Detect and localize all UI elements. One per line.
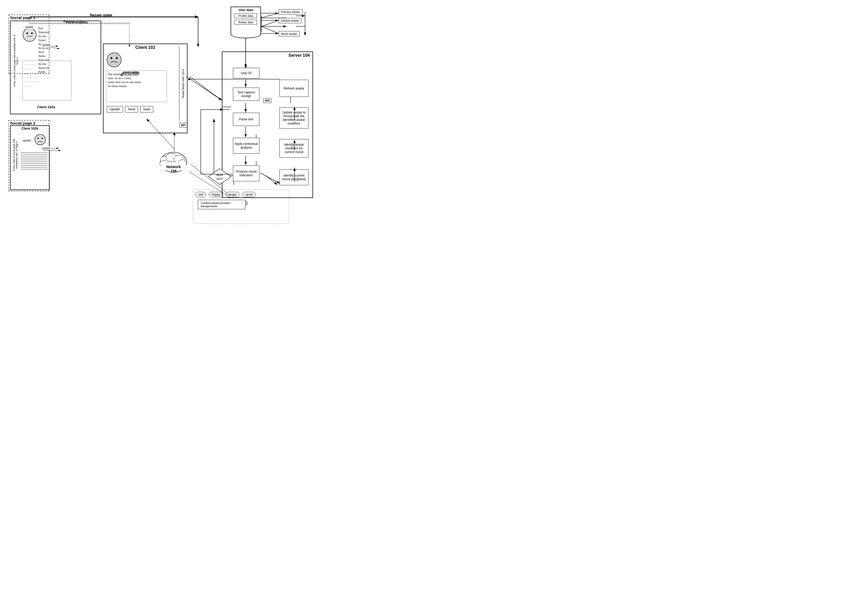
more-text-diamond: More text? <box>208 168 232 185</box>
svg-text:More: More <box>216 173 223 177</box>
svg-line-46 <box>262 13 279 18</box>
client-102a-label: Client 102a <box>37 105 55 109</box>
svg-line-47 <box>262 21 279 26</box>
client-102b-box: HTML code of social page with embedded U… <box>10 125 50 190</box>
send-button[interactable]: Send <box>125 106 138 113</box>
html-code-label-102b: HTML code of social page with embedded U… <box>12 134 19 176</box>
svg-text:106: 106 <box>171 169 177 173</box>
client-102-title: Client 102 <box>103 45 187 50</box>
avatar-data-box: Avatar data <box>235 20 257 25</box>
action-buttons-group: Update Send Save <box>107 106 153 113</box>
receive-update-text: Receive update <box>63 20 85 23</box>
svg-point-37 <box>35 134 46 145</box>
client-102b-label: Client 102b <box>10 127 49 131</box>
client-102-text-area: Xxx xxxxxxxx xx xxx xxxxx xxxx xx xx x x… <box>106 70 167 102</box>
mood-tag-sad: sad <box>195 192 206 197</box>
server-box: Server 104 User ID Text capture receipt … <box>222 51 313 198</box>
produce-mood-box: Produce mood indicators <box>233 166 259 181</box>
update-label-102a: update <box>24 25 35 29</box>
svg-marker-43 <box>208 169 231 185</box>
svg-line-48 <box>262 26 279 34</box>
mood-tag-upset: upset <box>242 192 256 197</box>
text-lines-102b-col2 <box>34 151 47 171</box>
mood-tag-angry: angry <box>226 192 240 197</box>
update-button[interactable]: Update <box>107 106 123 113</box>
apply-contextual-box: Apply contextual analysis <box>233 138 259 154</box>
svg-point-42 <box>116 57 118 59</box>
mood-indicators-bottom: sad happy angry upset Context-based loca… <box>193 189 289 224</box>
user-data-box: User data Profile data Avatar data <box>231 7 261 38</box>
client-102-main-box: Client 102 Xxx xxxxxxxx xx xxx xxxxx xxx… <box>103 44 188 133</box>
dashed-lines-box: -------------- -- ---- ------ ---- -- --… <box>22 61 71 100</box>
mood-tags-row: sad happy angry upset <box>195 192 287 197</box>
server-title: Server 104 <box>222 53 312 58</box>
svg-point-34 <box>23 28 36 41</box>
mood-update-text: mood update <box>123 71 138 73</box>
svg-point-41 <box>111 57 113 59</box>
svg-line-72 <box>190 76 222 100</box>
update-label-102b: update <box>22 139 32 142</box>
save-button[interactable]: Save <box>140 106 153 113</box>
network-cloud: Network 106 <box>159 149 189 176</box>
svg-point-39 <box>42 138 43 139</box>
identify-mood-box: Identify current mood (weighted) <box>280 169 309 185</box>
html-code-label-102a: HTML code of social page with embedded U… <box>12 34 20 87</box>
primary-avatar-box: Primary avatar <box>279 9 302 15</box>
svg-text:Network: Network <box>166 165 181 169</box>
request-update-text: Request update <box>90 13 112 17</box>
identify-modifiers-box: Identify avatar modifiers for current mo… <box>280 139 309 158</box>
svg-line-9 <box>186 76 222 100</box>
update-avatar-box: Update avatar to incorporate the identif… <box>280 107 309 129</box>
context-bg-stack: Context-based location backgrounds <box>198 200 251 214</box>
diagram-container: mood update <box>0 0 317 231</box>
social-page-1-title: Social page 1 <box>10 15 35 20</box>
update-text-social2: update <box>41 146 51 150</box>
default-avatar-box: Default avatar <box>279 18 302 23</box>
profile-data-box: Profile data <box>235 13 257 18</box>
smiley-client-102 <box>106 52 122 69</box>
avatar-mood-code-label: Avatar Mood code 116-a <box>179 47 187 120</box>
text-capture-box: Text capture receipt <box>233 88 259 101</box>
mood-tag-happy: happy <box>209 192 223 197</box>
svg-text:text?: text? <box>216 177 223 180</box>
api-label-client: API <box>179 123 187 128</box>
user-data-title: User data <box>231 7 260 12</box>
smiley-102b <box>34 134 46 147</box>
smiley-102a <box>22 28 37 43</box>
svg-point-36 <box>31 32 33 34</box>
svg-point-38 <box>38 138 39 139</box>
mood-avatar-box: Mood avatar <box>279 31 300 37</box>
client-102a-box: HTML code of social page with embedded U… <box>10 21 101 114</box>
svg-point-40 <box>107 53 121 67</box>
context-bg-box-1: Context-based location backgrounds <box>198 200 246 209</box>
parse-text-box: Parse text <box>233 113 259 126</box>
social-page-2-title: Social page 2 <box>10 121 35 125</box>
api-label-server: API <box>263 98 271 103</box>
user-id-box: User ID <box>233 68 259 78</box>
svg-point-35 <box>26 32 28 34</box>
update-text-social1: update <box>41 43 51 47</box>
refresh-avatar-box: Refresh avatar <box>280 80 309 97</box>
